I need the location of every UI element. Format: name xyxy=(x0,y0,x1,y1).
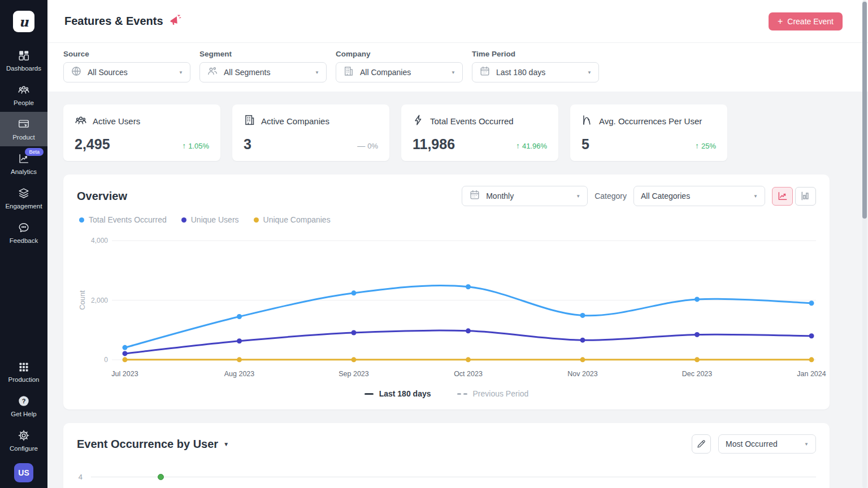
user-avatar[interactable]: US xyxy=(14,463,33,482)
svg-text:2,000: 2,000 xyxy=(91,297,108,304)
svg-text:4,000: 4,000 xyxy=(91,237,108,245)
engagement-icon xyxy=(18,187,30,199)
period-legend: Last 180 days Previous Period xyxy=(77,389,816,398)
series-legend: Total Events Occurred Unique Users Uniqu… xyxy=(79,215,816,224)
dash-icon: — xyxy=(357,141,365,150)
arrow-up-icon: ↑ xyxy=(695,141,699,150)
overview-line-chart: 02,0004,000CountJul 2023Aug 2023Sep 2023… xyxy=(77,228,816,381)
legend-current-period[interactable]: Last 180 days xyxy=(364,389,431,398)
occurrence-row-line xyxy=(91,477,816,477)
beta-badge: Beta xyxy=(25,148,44,156)
legend-item-unique-users[interactable]: Unique Users xyxy=(181,215,239,224)
app-logo[interactable]: u xyxy=(0,0,47,43)
sidebar-item-get-help[interactable]: ? Get Help xyxy=(0,389,47,423)
filter-source: Source All Sources ▼ xyxy=(63,50,190,82)
stat-card-active-companies: Active Companies 3 —0% xyxy=(232,104,389,161)
chevron-down-icon: ▼ xyxy=(451,70,455,75)
calendar-icon xyxy=(469,189,480,203)
sidebar-item-label: Engagement xyxy=(5,203,42,210)
chevron-down-icon: ▼ xyxy=(223,441,229,447)
time-period-dropdown[interactable]: Last 180 days ▼ xyxy=(472,62,599,82)
event-occurrence-panel: Event Occurrence by User ▼ Most Occurred… xyxy=(63,423,830,488)
svg-text:Jul 2023: Jul 2023 xyxy=(111,370,138,378)
sidebar-item-people[interactable]: People xyxy=(0,77,47,112)
legend-item-total-events[interactable]: Total Events Occurred xyxy=(79,215,167,224)
sidebar-item-label: Get Help xyxy=(11,411,36,417)
occurrence-data-point xyxy=(158,474,164,480)
building-icon xyxy=(244,114,255,128)
sidebar-item-configure[interactable]: Configure xyxy=(0,423,47,457)
stat-label: Total Events Occurred xyxy=(430,116,514,126)
svg-text:Aug 2023: Aug 2023 xyxy=(224,370,255,378)
sidebar-item-label: People xyxy=(14,99,34,106)
pencil-icon xyxy=(696,439,706,449)
feedback-icon xyxy=(18,221,30,234)
svg-text:Dec 2023: Dec 2023 xyxy=(682,370,713,378)
category-dropdown[interactable]: All Categories ▼ xyxy=(633,186,765,206)
help-icon: ? xyxy=(18,395,30,407)
line-chart-icon xyxy=(777,190,788,202)
line-chart-toggle[interactable] xyxy=(772,187,793,206)
stat-card-active-users: Active Users 2,495 ↑1.05% xyxy=(63,104,220,161)
legend-dot-blue xyxy=(79,217,84,223)
chevron-down-icon: ▼ xyxy=(179,70,183,75)
filter-time-period: Time Period Last 180 days ▼ xyxy=(472,50,599,82)
create-event-button[interactable]: + Create Event xyxy=(769,12,843,30)
chevron-down-icon: ▼ xyxy=(587,70,592,75)
users-icon xyxy=(75,114,87,128)
production-grid-icon xyxy=(18,361,29,373)
edit-button[interactable] xyxy=(692,434,711,454)
filter-label: Time Period xyxy=(472,50,599,58)
bar-chart-icon xyxy=(800,190,811,202)
sidebar-item-production[interactable]: Production xyxy=(0,355,47,389)
arrow-up-icon: ↑ xyxy=(516,141,520,150)
legend-previous-period[interactable]: Previous Period xyxy=(457,389,529,398)
sidebar-item-product[interactable]: Product xyxy=(0,112,47,146)
segment-dropdown[interactable]: All Segments ▼ xyxy=(199,62,327,82)
chevron-down-icon: ▼ xyxy=(804,442,809,447)
stat-value: 11,986 xyxy=(413,136,455,152)
dashboards-icon xyxy=(18,49,30,62)
sidebar-bottom-group: Production ? Get Help Configure US xyxy=(0,355,47,488)
people-icon xyxy=(207,66,218,79)
solid-line-icon xyxy=(364,393,374,395)
filter-label: Segment xyxy=(199,50,327,58)
chevron-down-icon: ▼ xyxy=(753,194,758,199)
scrollbar-thumb[interactable] xyxy=(862,2,867,219)
people-icon xyxy=(18,84,30,96)
gear-icon xyxy=(18,429,30,442)
stat-value: 3 xyxy=(244,136,251,152)
sidebar-item-analytics[interactable]: Beta Analytics xyxy=(0,146,47,181)
stat-label: Avg. Occurrences Per User xyxy=(599,116,702,126)
source-dropdown[interactable]: All Sources ▼ xyxy=(63,62,190,82)
stat-card-total-events: Total Events Occurred 11,986 ↑41.96% xyxy=(401,104,558,161)
granularity-dropdown[interactable]: Monthly ▼ xyxy=(462,186,588,206)
sidebar-item-feedback[interactable]: Feedback xyxy=(0,215,47,250)
svg-text:Count: Count xyxy=(78,290,86,310)
dashed-line-icon xyxy=(457,393,467,395)
lightning-icon xyxy=(413,114,424,128)
occurrence-row-label: 4 xyxy=(77,473,83,481)
sidebar-item-dashboards[interactable]: Dashboards xyxy=(0,43,47,77)
event-occurrence-title-dropdown[interactable]: Event Occurrence by User ▼ xyxy=(77,438,692,451)
plus-icon: + xyxy=(778,16,783,27)
sidebar-item-engagement[interactable]: Engagement xyxy=(0,181,47,215)
occurrence-row: 4 xyxy=(77,473,816,481)
company-dropdown[interactable]: All Companies ▼ xyxy=(336,62,463,82)
overview-title: Overview xyxy=(77,190,462,203)
sidebar-item-label: Feedback xyxy=(10,237,38,244)
globe-icon xyxy=(71,66,82,79)
bar-chart-toggle[interactable] xyxy=(795,187,816,206)
sort-dropdown[interactable]: Most Occurred ▼ xyxy=(718,434,816,454)
building-icon xyxy=(343,66,354,79)
filter-label: Source xyxy=(63,50,190,58)
svg-text:Jan 2024: Jan 2024 xyxy=(797,370,826,378)
legend-item-unique-companies[interactable]: Unique Companies xyxy=(254,215,331,224)
sidebar-item-label: Dashboards xyxy=(6,65,41,72)
stat-delta: ↑41.96% xyxy=(516,141,547,152)
sidebar: u Dashboards People Product Beta Analyti… xyxy=(0,0,47,488)
stats-row: Active Users 2,495 ↑1.05% Active Compani… xyxy=(63,104,868,161)
distribution-icon xyxy=(581,114,593,128)
svg-text:Sep 2023: Sep 2023 xyxy=(338,370,369,378)
chart-type-toggle xyxy=(772,187,816,206)
